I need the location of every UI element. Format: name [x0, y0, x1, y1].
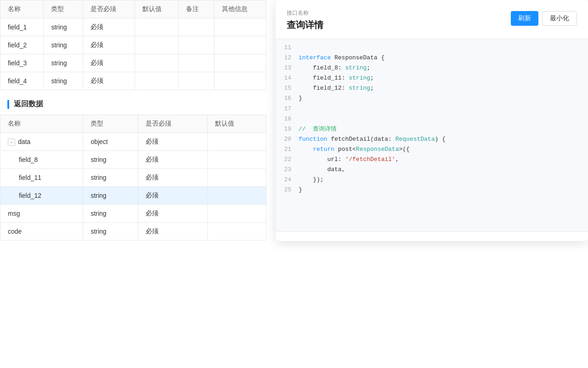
- resp-col-required: 是否必须: [138, 115, 208, 133]
- table-row: field_11 string 必须: [0, 169, 266, 187]
- line-content: return post<ResponseData>({: [299, 144, 588, 155]
- table-row: field_3 string 必须: [0, 54, 266, 72]
- line-number: 15: [276, 83, 299, 93]
- panel-header: 接口名称 查询详情 刷新 最小化: [276, 9, 588, 39]
- line-number: 13: [276, 63, 299, 73]
- minimize-button[interactable]: 最小化: [542, 11, 577, 26]
- panel-actions: 刷新 最小化: [511, 11, 577, 26]
- line-number: 23: [276, 165, 299, 175]
- page-container: 名称 类型 是否必须 默认值 备注 其他信息 field_1 string 必须…: [0, 0, 588, 368]
- table-row: field_8 string 必须: [0, 151, 266, 169]
- line-content: }: [299, 185, 588, 195]
- code-line: 13 field_8: string;: [276, 63, 588, 73]
- line-content: url: '/fetchDetail',: [299, 155, 588, 165]
- line-number: 14: [276, 73, 299, 83]
- line-number: 21: [276, 144, 299, 155]
- col-type: 类型: [44, 0, 83, 18]
- code-line: 20function fetchDetail(data: RequestData…: [276, 134, 588, 144]
- line-number: 12: [276, 53, 299, 63]
- line-number: 19: [276, 124, 299, 134]
- line-number: 22: [276, 155, 299, 165]
- code-line: 18: [276, 114, 588, 124]
- table-row: field_12 string 必须: [0, 187, 266, 205]
- line-content: field_12: string;: [299, 83, 588, 93]
- code-line: 23 data,: [276, 165, 588, 175]
- response-table: 名称 类型 是否必须 默认值 -data object 必须 field_8 s…: [0, 115, 266, 241]
- line-content: field_8: string;: [299, 63, 588, 73]
- table-row: msg string 必须: [0, 205, 266, 223]
- panel-label: 接口名称: [287, 9, 323, 17]
- col-other: 其他信息: [214, 0, 266, 18]
- col-remark: 备注: [179, 0, 215, 18]
- col-default: 默认值: [135, 0, 178, 18]
- table-row: field_4 string 必须: [0, 72, 266, 90]
- line-number: 17: [276, 104, 299, 114]
- table-row: -data object 必须: [0, 133, 266, 151]
- line-number: 24: [276, 175, 299, 185]
- code-line: 22 url: '/fetchDetail',: [276, 155, 588, 165]
- code-line: 25}: [276, 185, 588, 195]
- line-number: 25: [276, 185, 299, 195]
- col-name: 名称: [0, 0, 44, 18]
- collapse-icon[interactable]: -: [8, 138, 15, 146]
- line-content: [299, 104, 588, 114]
- line-content: data,: [299, 165, 588, 175]
- code-line: 17: [276, 104, 588, 114]
- line-content: }: [299, 93, 588, 104]
- code-container[interactable]: 11 12interface ResponseData {13 field_8:…: [276, 39, 588, 232]
- refresh-button[interactable]: 刷新: [511, 11, 538, 26]
- code-line: 11: [276, 43, 588, 53]
- resp-col-default: 默认值: [208, 115, 266, 133]
- left-panel: 名称 类型 是否必须 默认值 备注 其他信息 field_1 string 必须…: [0, 0, 266, 368]
- line-content: // 查询详情: [299, 124, 588, 134]
- line-number: 16: [276, 93, 299, 104]
- line-content: });: [299, 175, 588, 185]
- code-line: 12interface ResponseData {: [276, 53, 588, 63]
- code-line: 14 field_11: string;: [276, 73, 588, 83]
- code-line: 19// 查询详情: [276, 124, 588, 134]
- panel-title-group: 接口名称 查询详情: [287, 9, 323, 31]
- table-row: field_1 string 必须: [0, 18, 266, 36]
- code-wrapper: 11 12interface ResponseData {13 field_8:…: [276, 39, 588, 232]
- resp-col-name: 名称: [0, 115, 83, 133]
- code-line: 21 return post<ResponseData>({: [276, 144, 588, 155]
- panel-title: 查询详情: [287, 19, 323, 31]
- line-content: [299, 114, 588, 124]
- line-content: field_11: string;: [299, 73, 588, 83]
- code-line: 15 field_12: string;: [276, 83, 588, 93]
- table-row: field_2 string 必须: [0, 36, 266, 54]
- code-panel: 接口名称 查询详情 刷新 最小化 11 12interface Response…: [276, 0, 588, 241]
- resp-col-type: 类型: [83, 115, 138, 133]
- line-number: 18: [276, 114, 299, 124]
- line-content: function fetchDetail(data: RequestData) …: [299, 134, 588, 144]
- response-section-heading: 返回数据: [0, 90, 266, 115]
- table-row: code string 必须: [0, 223, 266, 241]
- col-required: 是否必须: [83, 0, 135, 18]
- line-content: [299, 43, 588, 53]
- code-line: 16}: [276, 93, 588, 104]
- line-number: 20: [276, 134, 299, 144]
- code-line: 24 });: [276, 175, 588, 185]
- line-number: 11: [276, 43, 299, 53]
- line-content: interface ResponseData {: [299, 53, 588, 63]
- request-table: 名称 类型 是否必须 默认值 备注 其他信息 field_1 string 必须…: [0, 0, 266, 90]
